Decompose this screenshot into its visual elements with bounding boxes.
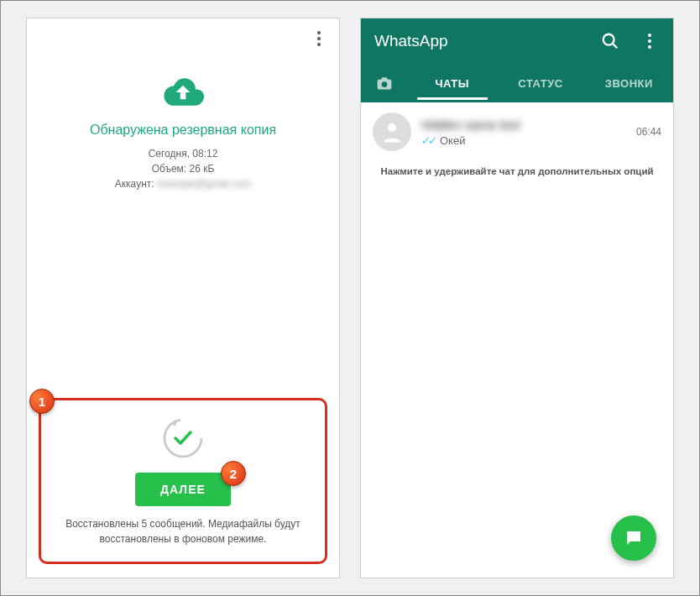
backup-restore-screen: Обнаружена резервная копия Сегодня, 08:1… [26, 18, 340, 578]
search-icon[interactable] [601, 32, 619, 50]
tab-calls[interactable]: ЗВОНКИ [585, 77, 673, 90]
restore-check-icon [160, 416, 206, 461]
backup-title: Обнаружена резервная копия [35, 123, 331, 138]
whatsapp-main-screen: WhatsApp ЧА [360, 18, 674, 578]
new-chat-fab[interactable] [611, 515, 656, 561]
chat-list-item[interactable]: Hidden name text ✓✓ Окей 06:44 [361, 102, 673, 161]
chat-time: 06:44 [636, 126, 661, 138]
restore-status-text: Восстановлены 5 сообщений. Медиафайлы бу… [51, 516, 315, 546]
chat-last-message: ✓✓ Окей [421, 134, 626, 147]
svg-line-2 [613, 44, 618, 49]
tab-status[interactable]: СТАТУС [496, 77, 584, 90]
whatsapp-header: WhatsApp ЧА [361, 18, 673, 102]
svg-point-1 [603, 34, 614, 45]
backup-date: Сегодня, 08:12 [35, 146, 331, 161]
more-options-icon[interactable] [640, 31, 660, 51]
annotation-badge-2: 2 [221, 461, 246, 486]
more-options-icon[interactable] [309, 29, 329, 49]
top-bar [27, 18, 339, 59]
app-title: WhatsApp [374, 32, 601, 50]
camera-tab-icon[interactable] [361, 76, 408, 91]
restore-complete-panel: 1 ДАЛЕЕ 2 Восстановлены 5 сообщений. Мед… [39, 398, 327, 564]
hold-hint-text: Нажмите и удерживайте чат для дополнител… [361, 161, 673, 181]
tab-chats[interactable]: ЧАТЫ [408, 77, 496, 90]
next-button[interactable]: ДАЛЕЕ [135, 473, 231, 506]
svg-point-4 [388, 123, 396, 132]
chat-name: Hidden name text [421, 118, 626, 132]
read-ticks-icon: ✓✓ [421, 134, 435, 147]
tabs-bar: ЧАТЫ СТАТУС ЗВОНКИ [361, 64, 673, 102]
svg-point-3 [382, 81, 388, 87]
svg-point-0 [165, 420, 201, 457]
avatar-icon [373, 112, 411, 151]
cloud-upload-icon [159, 76, 206, 109]
backup-account: Аккаунт: example@gmail.com [35, 176, 331, 191]
backup-found-section: Обнаружена резервная копия Сегодня, 08:1… [27, 59, 339, 191]
annotation-badge-1: 1 [29, 389, 55, 414]
backup-size: Объем: 26 кБ [35, 161, 331, 176]
chat-icon [624, 528, 644, 548]
